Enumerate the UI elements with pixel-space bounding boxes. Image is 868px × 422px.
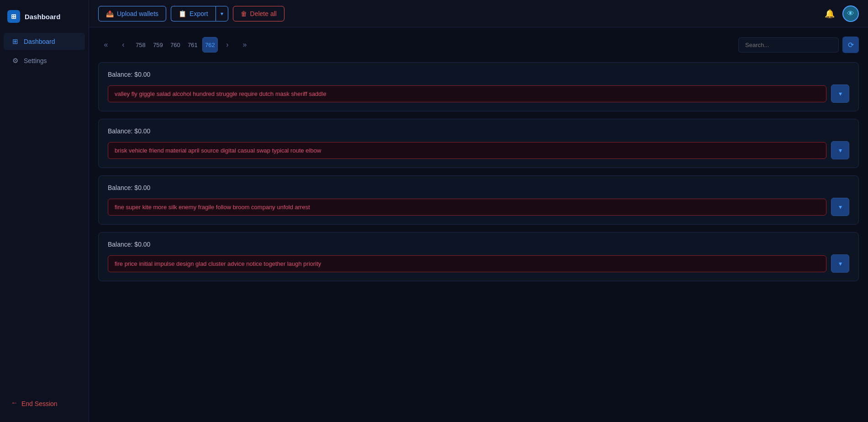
chevron-down-icon: ▾ — [839, 90, 842, 97]
page-762-button[interactable]: 762 — [202, 37, 218, 53]
prev-page-button[interactable]: ‹ — [116, 37, 131, 53]
upload-icon: 📤 — [106, 10, 114, 17]
wallet-card: Balance: $0.00▾ — [98, 62, 859, 111]
wallet-dropdown-button[interactable]: ▾ — [831, 198, 849, 216]
chevron-down-icon: ▾ — [839, 203, 842, 211]
wallet-phrase-input[interactable] — [108, 255, 826, 272]
wallet-balance: Balance: $0.00 — [108, 184, 849, 191]
page-760-button[interactable]: 760 — [168, 37, 183, 53]
wallet-card: Balance: $0.00▾ — [98, 232, 859, 281]
pagination: « ‹ 758 759 760 761 762 › » — [98, 37, 253, 53]
settings-icon: ⚙ — [11, 57, 19, 65]
wallet-phrase-row: ▾ — [108, 198, 849, 216]
search-icon-button[interactable]: ⟳ — [842, 37, 859, 53]
avatar[interactable]: 👁 — [842, 5, 859, 22]
sidebar-logo[interactable]: ⊞ Dashboard — [0, 5, 89, 32]
wallet-list: Balance: $0.00▾Balance: $0.00▾Balance: $… — [98, 62, 859, 281]
wallet-phrase-input[interactable] — [108, 142, 826, 159]
avatar-icon: 👁 — [847, 10, 854, 18]
first-page-button[interactable]: « — [98, 37, 114, 53]
wallet-phrase-row: ▾ — [108, 84, 849, 103]
wallet-phrase-row: ▾ — [108, 254, 849, 273]
wallet-balance: Balance: $0.00 — [108, 127, 849, 135]
export-chevron-button[interactable]: ▾ — [216, 6, 228, 21]
bell-icon[interactable]: 🔔 — [821, 5, 838, 22]
refresh-icon: ⟳ — [848, 41, 854, 49]
upload-label: Upload wallets — [117, 10, 158, 17]
sidebar: ⊞ Dashboard ⊞ Dashboard ⚙ Settings → End… — [0, 0, 89, 422]
wallet-dropdown-button[interactable]: ▾ — [831, 254, 849, 273]
chevron-down-icon: ▾ — [221, 11, 223, 17]
export-button[interactable]: 📋 Export — [171, 6, 215, 21]
wallet-phrase-input[interactable] — [108, 85, 826, 102]
last-page-button[interactable]: » — [237, 37, 253, 53]
sidebar-bottom: → End Session — [0, 390, 89, 417]
sidebar-item-label: Dashboard — [24, 38, 55, 45]
content-area: « ‹ 758 759 760 761 762 › » ⟳ Balance: $… — [89, 27, 868, 422]
chevron-down-icon: ▾ — [839, 260, 842, 267]
wallet-card: Balance: $0.00▾ — [98, 175, 859, 225]
wallet-balance: Balance: $0.00 — [108, 71, 849, 78]
upload-wallets-button[interactable]: 📤 Upload wallets — [98, 6, 166, 21]
delete-all-button[interactable]: 🗑 Delete all — [233, 6, 284, 21]
chevron-down-icon: ▾ — [839, 147, 842, 154]
search-input[interactable] — [738, 37, 839, 53]
export-group: 📋 Export ▾ — [171, 6, 228, 21]
end-session-button[interactable]: → End Session — [4, 395, 85, 412]
page-759-button[interactable]: 759 — [150, 37, 166, 53]
dashboard-icon: ⊞ — [11, 37, 19, 46]
wallet-phrase-row: ▾ — [108, 141, 849, 159]
page-758-button[interactable]: 758 — [133, 37, 148, 53]
toolbar: « ‹ 758 759 760 761 762 › » ⟳ — [98, 37, 859, 53]
wallet-dropdown-button[interactable]: ▾ — [831, 84, 849, 103]
search-area: ⟳ — [738, 37, 859, 53]
main-area: 📤 Upload wallets 📋 Export ▾ 🗑 Delete all… — [89, 0, 868, 422]
wallet-balance: Balance: $0.00 — [108, 241, 849, 248]
end-session-icon: → — [11, 400, 18, 407]
sidebar-item-dashboard[interactable]: ⊞ Dashboard — [4, 33, 85, 50]
wallet-phrase-input[interactable] — [108, 199, 826, 216]
sidebar-item-settings[interactable]: ⚙ Settings — [4, 52, 85, 69]
page-761-button[interactable]: 761 — [185, 37, 200, 53]
delete-icon: 🗑 — [241, 10, 247, 17]
header: 📤 Upload wallets 📋 Export ▾ 🗑 Delete all… — [89, 0, 868, 27]
export-label: Export — [189, 10, 208, 17]
wallet-card: Balance: $0.00▾ — [98, 119, 859, 168]
next-page-button[interactable]: › — [220, 37, 235, 53]
sidebar-title: Dashboard — [25, 13, 60, 21]
delete-label: Delete all — [250, 10, 277, 17]
end-session-label: End Session — [21, 400, 58, 407]
logo-icon: ⊞ — [7, 10, 20, 23]
sidebar-item-label: Settings — [24, 57, 47, 64]
wallet-dropdown-button[interactable]: ▾ — [831, 141, 849, 159]
export-icon: 📋 — [179, 10, 186, 17]
